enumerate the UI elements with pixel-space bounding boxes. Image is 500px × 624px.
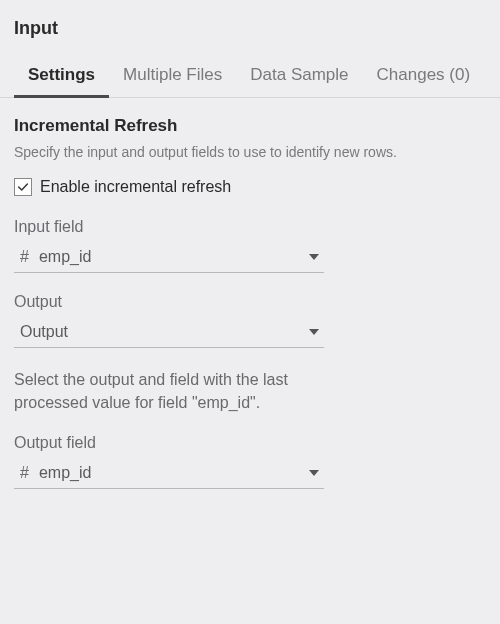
input-field-value: emp_id	[39, 248, 91, 266]
chevron-down-icon	[308, 248, 320, 266]
panel-title: Input	[0, 0, 500, 55]
output-dropdown[interactable]: Output	[14, 317, 324, 348]
hash-icon: #	[20, 464, 29, 482]
tab-multiple-files[interactable]: Multiple Files	[109, 55, 236, 98]
output-field-help-text: Select the output and field with the las…	[14, 368, 364, 414]
output-field-dropdown[interactable]: # emp_id	[14, 458, 324, 489]
input-field-dropdown[interactable]: # emp_id	[14, 242, 324, 273]
output-field-label: Output field	[14, 434, 324, 452]
enable-incremental-refresh-checkbox[interactable]	[14, 178, 32, 196]
input-field-group: Input field # emp_id	[14, 218, 324, 273]
hash-icon: #	[20, 248, 29, 266]
enable-incremental-refresh-label: Enable incremental refresh	[40, 178, 231, 196]
output-value: Output	[20, 323, 68, 341]
output-group: Output Output	[14, 293, 324, 348]
tabs: Settings Multiple Files Data Sample Chan…	[0, 55, 500, 98]
content-area: Incremental Refresh Specify the input an…	[0, 98, 500, 527]
enable-incremental-refresh-row: Enable incremental refresh	[14, 178, 486, 196]
dropdown-left: # emp_id	[20, 248, 91, 266]
dropdown-left: Output	[20, 323, 68, 341]
output-field-group: Output field # emp_id	[14, 434, 324, 489]
input-field-label: Input field	[14, 218, 324, 236]
output-field-value: emp_id	[39, 464, 91, 482]
chevron-down-icon	[308, 464, 320, 482]
check-icon	[16, 180, 30, 194]
chevron-down-icon	[308, 323, 320, 341]
tab-data-sample[interactable]: Data Sample	[236, 55, 362, 98]
tab-settings[interactable]: Settings	[14, 55, 109, 98]
section-description: Specify the input and output fields to u…	[14, 144, 486, 160]
tab-changes[interactable]: Changes (0)	[363, 55, 485, 98]
dropdown-left: # emp_id	[20, 464, 91, 482]
section-title: Incremental Refresh	[14, 116, 486, 136]
output-label: Output	[14, 293, 324, 311]
